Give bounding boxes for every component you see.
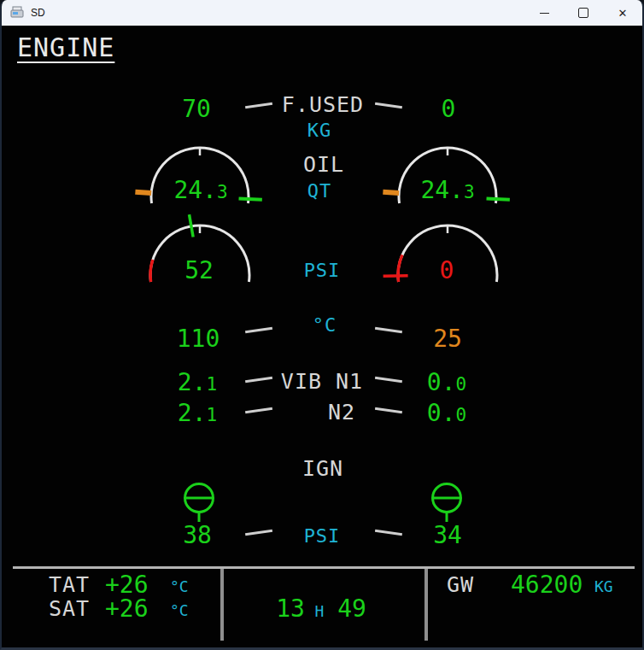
sat-value: +26 <box>105 594 149 623</box>
gw-value: 46200 <box>511 571 583 599</box>
sat-unit: °C <box>170 601 189 619</box>
vib-n2-right-value: 0.0 <box>427 399 466 427</box>
bleed-press-left-value: 38 <box>183 521 212 549</box>
dash-mark <box>375 530 402 536</box>
footer-vertical-divider <box>424 569 428 641</box>
tat-label: TAT <box>49 572 90 597</box>
dash-mark <box>245 377 272 383</box>
dash-mark <box>375 102 402 108</box>
ign-label: IGN <box>302 456 343 481</box>
vib-n2-label: N2 <box>328 400 355 425</box>
dash-mark <box>245 530 272 536</box>
clock-minutes: 49 <box>337 594 366 623</box>
maximize-button[interactable] <box>564 0 603 26</box>
bleed-press-right-value: 34 <box>433 521 462 549</box>
sd-engine-page: ENGINE 70 F.USED 0 KG OIL QT 24.3 24.3 5… <box>2 26 642 647</box>
close-icon: ✕ <box>618 8 628 19</box>
fuel-used-label: F.USED <box>282 92 364 117</box>
window-title: SD <box>31 7 45 19</box>
dash-mark <box>245 327 272 333</box>
sat-label: SAT <box>49 596 90 621</box>
app-icon <box>10 6 24 20</box>
footer-vertical-divider <box>220 569 224 641</box>
oil-press-right-value: 0 <box>440 256 454 284</box>
clock-hours: 13 <box>276 594 305 623</box>
bleed-press-unit: PSI <box>304 525 341 547</box>
start-valve-icon-eng1 <box>180 483 218 524</box>
app-window: SD ✕ ENGINE 70 F.USED 0 KG OIL QT 24.3 2… <box>0 0 644 650</box>
gw-label: GW <box>447 572 474 597</box>
maximize-icon <box>578 8 588 18</box>
fuel-used-right-value: 0 <box>442 95 456 123</box>
page-title: ENGINE <box>17 32 114 62</box>
oil-press-left-value: 52 <box>184 256 214 284</box>
footer-divider-line <box>13 566 635 569</box>
close-button[interactable]: ✕ <box>603 0 642 26</box>
dash-mark <box>375 327 402 333</box>
oil-qty-left-value: 24.3 <box>173 176 227 204</box>
window-titlebar: SD ✕ <box>2 0 642 26</box>
dash-mark <box>375 377 402 383</box>
vib-n2-left-value: 2.1 <box>178 399 217 427</box>
oil-temp-right-value: 25 <box>433 325 462 353</box>
minimize-icon <box>540 13 549 14</box>
fuel-used-left-value: 70 <box>182 95 211 123</box>
minimize-button[interactable] <box>524 0 564 26</box>
dash-mark <box>245 407 272 413</box>
fuel-used-unit: KG <box>307 120 332 141</box>
oil-press-unit: PSI <box>304 260 341 281</box>
tat-unit: °C <box>170 577 189 595</box>
oil-temp-unit: °C <box>313 314 337 336</box>
dash-mark <box>245 102 272 108</box>
oil-unit: QT <box>307 180 332 202</box>
oil-label: OIL <box>303 152 344 177</box>
vib-n1-label: VIB N1 <box>281 369 363 394</box>
oil-qty-right-value: 24.3 <box>420 176 474 204</box>
oil-temp-left-value: 110 <box>177 325 220 353</box>
vib-n1-left-value: 2.1 <box>178 368 217 396</box>
vib-n1-right-value: 0.0 <box>427 368 466 396</box>
dash-mark <box>375 407 402 413</box>
gw-unit: KG <box>594 577 613 595</box>
clock-separator: H <box>315 602 325 620</box>
start-valve-icon-eng2 <box>428 483 465 524</box>
